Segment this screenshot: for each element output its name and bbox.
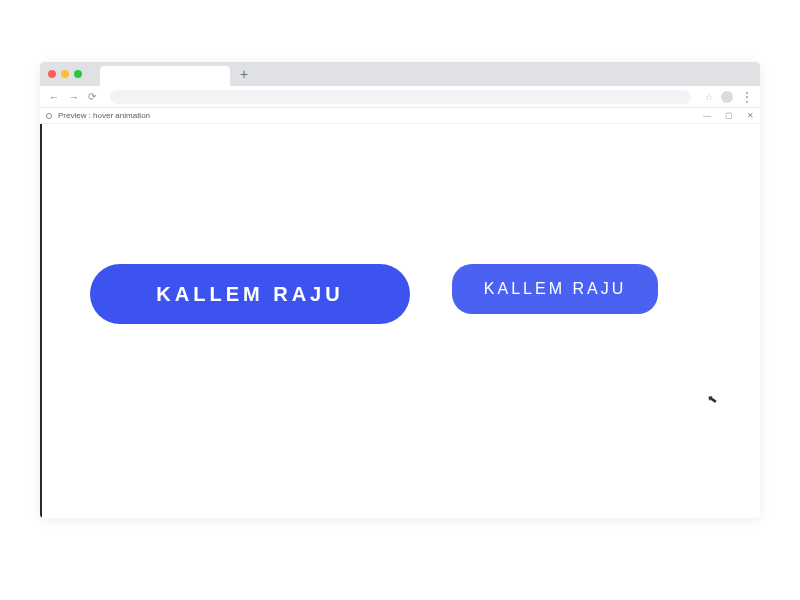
cursor-icon: ⬉ — [706, 391, 718, 407]
reload-button[interactable]: ⟳ — [88, 91, 96, 102]
toolbar-right: ☆ ⋮ — [705, 90, 752, 104]
close-window-button[interactable] — [48, 70, 56, 78]
address-bar[interactable] — [110, 90, 691, 104]
bookmark-icon[interactable]: ☆ — [705, 92, 713, 102]
profile-avatar[interactable] — [721, 91, 733, 103]
menu-icon[interactable]: ⋮ — [741, 90, 752, 104]
inner-window-controls: — ▢ ✕ — [703, 111, 754, 120]
new-tab-button[interactable]: + — [240, 67, 248, 81]
button-label-large: KALLEM RAJU — [156, 283, 343, 306]
page-content: KALLEM RAJU KALLEM RAJU ⬉ — [40, 124, 760, 518]
hover-button-large[interactable]: KALLEM RAJU — [90, 264, 410, 324]
record-icon — [46, 113, 52, 119]
browser-tab[interactable] — [100, 66, 230, 86]
browser-tabbar: + — [40, 62, 760, 86]
maximize-window-button[interactable] — [74, 70, 82, 78]
back-button[interactable]: ← — [48, 91, 60, 103]
browser-toolbar: ← → ⟳ ☆ ⋮ — [40, 86, 760, 108]
inner-close-button[interactable]: ✕ — [747, 111, 754, 120]
browser-window: + ← → ⟳ ☆ ⋮ Preview : hover animation — … — [40, 62, 760, 518]
button-label-small: KALLEM RAJU — [484, 280, 626, 298]
minimize-window-button[interactable] — [61, 70, 69, 78]
inner-titlebar: Preview : hover animation — ▢ ✕ — [40, 108, 760, 124]
forward-button[interactable]: → — [68, 91, 80, 103]
inner-minimize-button[interactable]: — — [703, 111, 711, 120]
hover-button-small[interactable]: KALLEM RAJU — [452, 264, 658, 314]
inner-window-title: Preview : hover animation — [58, 111, 703, 120]
traffic-lights — [48, 70, 82, 78]
inner-maximize-button[interactable]: ▢ — [725, 111, 733, 120]
